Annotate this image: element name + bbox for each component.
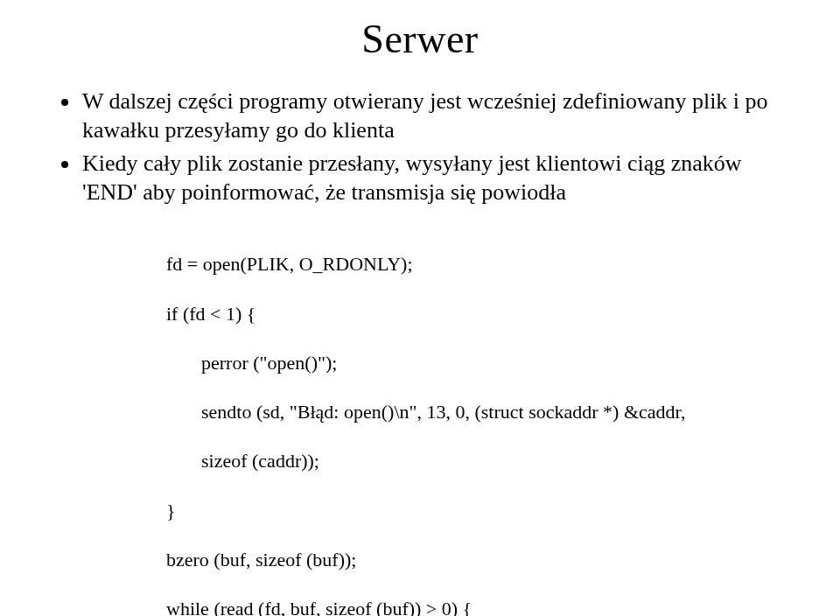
code-line: perror ("open()"); [131,351,788,375]
slide-title: Serwer [52,16,788,62]
code-line: if (fd < 1) { [131,302,788,326]
code-line: } [131,499,788,523]
bullet-item: Kiedy cały plik zostanie przesłany, wysy… [80,149,788,207]
code-line: fd = open(PLIK, O_RDONLY); [131,252,788,276]
code-line: while (read (fd, buf, sizeof (buf)) > 0)… [131,597,788,616]
slide: Serwer W dalszej części programy otwiera… [0,0,840,616]
code-line: sizeof (caddr)); [131,449,788,473]
code-line: bzero (buf, sizeof (buf)); [131,548,788,572]
code-block: fd = open(PLIK, O_RDONLY); if (fd < 1) {… [131,228,788,616]
bullet-list: W dalszej części programy otwierany jest… [52,87,788,206]
code-line: sendto (sd, "Błąd: open()\n", 13, 0, (st… [131,400,788,424]
bullet-item: W dalszej części programy otwierany jest… [80,87,788,145]
